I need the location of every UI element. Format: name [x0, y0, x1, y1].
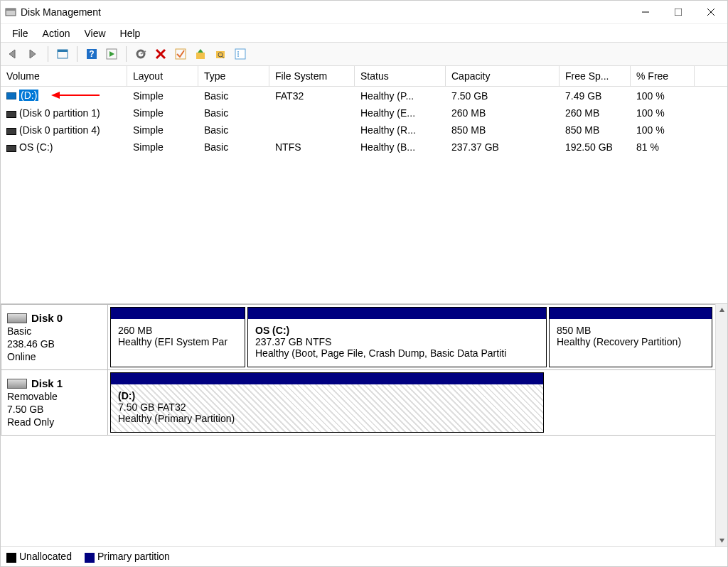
cell-capacity: 7.50 GB: [446, 90, 560, 102]
col-type[interactable]: Type: [198, 66, 269, 86]
svg-point-22: [237, 55, 239, 57]
volume-name: (Disk 0 partition 1): [19, 107, 100, 119]
volume-list-header: Volume Layout Type File System Status Ca…: [1, 66, 727, 87]
volume-icon: [6, 145, 16, 152]
cell-capacity: 850 MB: [446, 124, 560, 136]
cell-layout: Simple: [127, 90, 198, 102]
vertical-scrollbar[interactable]: [715, 304, 727, 546]
toolbar: ?: [1, 42, 727, 66]
menu-action[interactable]: Action: [36, 26, 77, 41]
window-title: Disk Management: [21, 6, 101, 18]
disk-icon: [7, 379, 27, 389]
app-icon: [5, 6, 16, 18]
annotation-arrow-icon: [51, 90, 100, 102]
titlebar: Disk Management: [1, 1, 727, 23]
cell-capacity: 237.37 GB: [446, 141, 560, 153]
svg-point-21: [237, 53, 239, 55]
back-arrow-icon[interactable]: [5, 45, 22, 63]
disk-label[interactable]: Disk 1Removable7.50 GBRead Only: [1, 370, 108, 435]
cell-pct: 100 %: [631, 90, 695, 102]
menubar: File Action View Help: [1, 23, 727, 42]
disk-row: Disk 1Removable7.50 GBRead Only (D:)7.50…: [1, 370, 727, 435]
cell-status: Healthy (R...: [355, 124, 446, 136]
volume-name: (D:): [19, 90, 38, 101]
close-button[interactable]: [695, 1, 727, 23]
volume-list: Volume Layout Type File System Status Ca…: [1, 66, 727, 304]
cell-pct: 81 %: [631, 141, 695, 153]
delete-x-icon[interactable]: [152, 45, 169, 63]
legend-unallocated: Unallocated: [6, 551, 72, 562]
svg-text:?: ?: [89, 49, 94, 59]
properties-icon[interactable]: [232, 45, 249, 63]
disk-map-pane: Disk 0Basic238.46 GBOnline260 MBHealthy …: [1, 304, 727, 566]
cell-type: Basic: [198, 107, 269, 119]
maximize-button[interactable]: [662, 1, 695, 23]
refresh-icon[interactable]: [132, 45, 149, 63]
menu-help[interactable]: Help: [113, 26, 148, 41]
minimize-button[interactable]: [629, 1, 662, 23]
cell-fs: FAT32: [269, 90, 355, 102]
cell-layout: Simple: [127, 124, 198, 136]
menu-file[interactable]: File: [5, 26, 36, 41]
cell-type: Basic: [198, 141, 269, 153]
volume-name: (Disk 0 partition 4): [19, 124, 100, 136]
col-status[interactable]: Status: [355, 66, 446, 86]
check-icon[interactable]: [172, 45, 189, 63]
col-pct[interactable]: % Free: [631, 66, 695, 86]
cell-pct: 100 %: [631, 107, 695, 119]
cell-type: Basic: [198, 90, 269, 102]
svg-rect-7: [58, 50, 68, 52]
table-row[interactable]: OS (C:)SimpleBasicNTFSHealthy (B...237.3…: [1, 139, 727, 156]
volume-name: OS (C:): [19, 141, 53, 153]
up-arrow-icon[interactable]: [192, 45, 209, 63]
play-icon[interactable]: [103, 45, 120, 63]
legend: Unallocated Primary partition: [1, 546, 727, 566]
disk-row: Disk 0Basic238.46 GBOnline260 MBHealthy …: [1, 305, 727, 370]
cell-free: 260 MB: [560, 107, 631, 119]
volume-icon: [6, 111, 16, 118]
table-row[interactable]: (D:)SimpleBasicFAT32Healthy (P...7.50 GB…: [1, 87, 727, 104]
disk-label[interactable]: Disk 0Basic238.46 GBOnline: [1, 305, 108, 369]
cell-status: Healthy (B...: [355, 141, 446, 153]
cell-status: Healthy (P...: [355, 90, 446, 102]
show-hide-icon[interactable]: [54, 45, 71, 63]
cell-free: 192.50 GB: [560, 141, 631, 153]
scroll-up-icon[interactable]: [716, 304, 727, 316]
svg-rect-1: [6, 9, 16, 11]
table-row[interactable]: (Disk 0 partition 1)SimpleBasicHealthy (…: [1, 104, 727, 122]
legend-primary: Primary partition: [85, 551, 170, 562]
menu-view[interactable]: View: [77, 26, 112, 41]
cell-fs: NTFS: [269, 141, 355, 153]
cell-capacity: 260 MB: [446, 107, 560, 119]
volume-icon: [6, 92, 16, 99]
col-layout[interactable]: Layout: [127, 66, 198, 86]
partition[interactable]: OS (C:)237.37 GB NTFSHealthy (Boot, Page…: [247, 307, 547, 367]
svg-rect-15: [196, 53, 205, 59]
forward-arrow-icon[interactable]: [25, 45, 42, 63]
cell-type: Basic: [198, 124, 269, 136]
cell-layout: Simple: [127, 107, 198, 119]
cell-status: Healthy (E...: [355, 107, 446, 119]
col-filesystem[interactable]: File System: [269, 66, 355, 86]
partition[interactable]: 260 MBHealthy (EFI System Par: [110, 307, 245, 367]
svg-rect-19: [235, 49, 245, 59]
volume-icon: [6, 128, 16, 135]
disk-icon: [7, 313, 27, 323]
col-capacity[interactable]: Capacity: [446, 66, 560, 86]
svg-point-20: [237, 51, 239, 53]
partition[interactable]: (D:)7.50 GB FAT32Healthy (Primary Partit…: [110, 372, 544, 433]
col-free[interactable]: Free Sp...: [560, 66, 631, 86]
col-volume[interactable]: Volume: [1, 66, 127, 86]
svg-rect-3: [675, 9, 682, 16]
cell-free: 850 MB: [560, 124, 631, 136]
search-icon[interactable]: [212, 45, 229, 63]
cell-pct: 100 %: [631, 124, 695, 136]
scroll-down-icon[interactable]: [716, 534, 727, 546]
partition[interactable]: 850 MBHealthy (Recovery Partition): [549, 307, 712, 367]
help-icon[interactable]: ?: [83, 45, 100, 63]
cell-layout: Simple: [127, 141, 198, 153]
cell-free: 7.49 GB: [560, 90, 631, 102]
table-row[interactable]: (Disk 0 partition 4)SimpleBasicHealthy (…: [1, 122, 727, 139]
